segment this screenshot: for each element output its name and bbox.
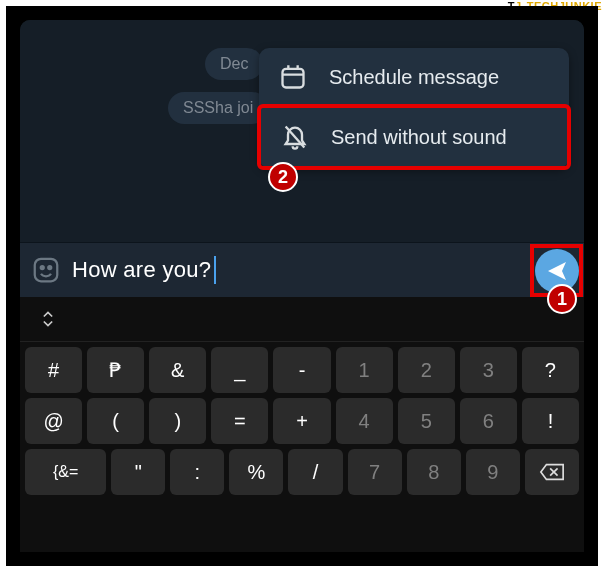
send-options-menu: Schedule message Send without sound (259, 48, 569, 168)
keyboard-toolbar (20, 297, 584, 342)
key-6[interactable]: 6 (460, 398, 517, 444)
send-icon (545, 259, 569, 283)
key--[interactable]: - (273, 347, 330, 393)
key-)[interactable]: ) (149, 398, 206, 444)
key-=[interactable]: = (211, 398, 268, 444)
key-_[interactable]: _ (211, 347, 268, 393)
screenshot-frame: Dec SSSha joi Schedule message (6, 6, 598, 566)
key-%[interactable]: % (229, 449, 283, 495)
expand-icon[interactable] (38, 309, 58, 329)
menu-item-label: Schedule message (329, 66, 499, 89)
menu-item-label: Send without sound (331, 126, 507, 149)
chat-chip: SSSha joi (168, 92, 268, 124)
key-3[interactable]: 3 (460, 347, 517, 393)
message-input[interactable]: How are you? (72, 256, 584, 284)
text-cursor (214, 256, 216, 284)
svg-rect-0 (283, 69, 304, 88)
key-&[interactable]: & (149, 347, 206, 393)
key-2[interactable]: 2 (398, 347, 455, 393)
key-+[interactable]: + (273, 398, 330, 444)
messaging-app: Dec SSSha joi Schedule message (20, 20, 584, 552)
key-([interactable]: ( (87, 398, 144, 444)
calendar-icon (279, 63, 307, 91)
key-5[interactable]: 5 (398, 398, 455, 444)
key-1[interactable]: 1 (336, 347, 393, 393)
key-/[interactable]: / (288, 449, 342, 495)
send-without-sound-item[interactable]: Send without sound (257, 104, 571, 170)
key-"[interactable]: " (111, 449, 165, 495)
annotation-badge-1: 1 (547, 284, 577, 314)
key-:[interactable]: : (170, 449, 224, 495)
keyboard-rows: #₱&_-123? @()=+456! {&=":%/789 (20, 342, 584, 505)
backspace-key[interactable] (525, 449, 579, 495)
key-4[interactable]: 4 (336, 398, 393, 444)
keyboard: #₱&_-123? @()=+456! {&=":%/789 (20, 297, 584, 552)
key-#[interactable]: # (25, 347, 82, 393)
bell-off-icon (281, 123, 309, 151)
svg-rect-5 (35, 259, 58, 282)
message-input-row: How are you? (20, 242, 584, 297)
key-{&=[interactable]: {&= (25, 449, 106, 495)
key-?[interactable]: ? (522, 347, 579, 393)
key-7[interactable]: 7 (348, 449, 402, 495)
key-8[interactable]: 8 (407, 449, 461, 495)
annotation-badge-2: 2 (268, 162, 298, 192)
schedule-message-item[interactable]: Schedule message (259, 48, 569, 106)
key-9[interactable]: 9 (466, 449, 520, 495)
svg-point-7 (48, 266, 51, 269)
key-₱[interactable]: ₱ (87, 347, 144, 393)
svg-point-6 (41, 266, 44, 269)
chat-chip: Dec (205, 48, 263, 80)
key-![interactable]: ! (522, 398, 579, 444)
key-@[interactable]: @ (25, 398, 82, 444)
emoji-button[interactable] (20, 244, 72, 296)
chat-area: Dec SSSha joi Schedule message (20, 20, 584, 242)
